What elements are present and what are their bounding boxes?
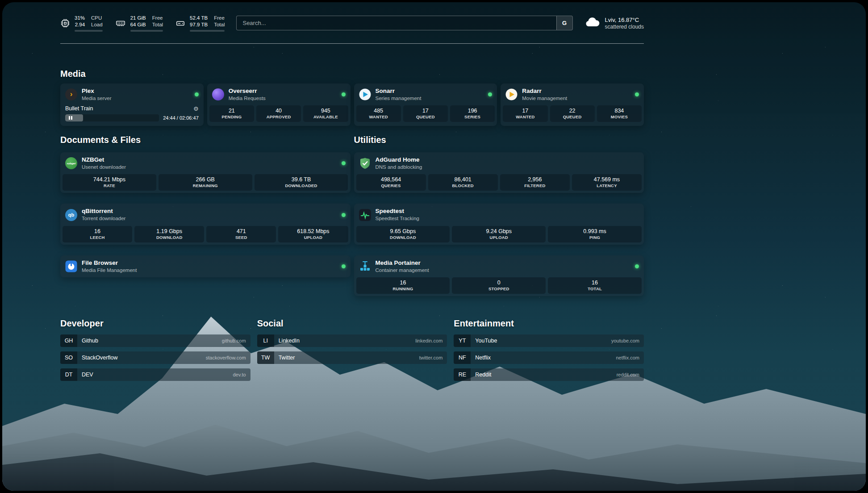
bookmark-youtube[interactable]: YT YouTube youtube.com <box>454 334 644 347</box>
bookmark-twitter[interactable]: TW Twitter twitter.com <box>257 351 447 364</box>
service-subtitle: Container management <box>376 267 429 273</box>
service-title: AdGuard Home <box>376 156 422 164</box>
bookmark-abbr: YT <box>454 334 471 347</box>
stat-label: SEED <box>208 235 274 240</box>
disk-icon <box>175 18 185 28</box>
stat-value: 16 <box>64 228 130 234</box>
service-card-qbittorrent[interactable]: qb qBittorrent Torrent downloader 16LEEC… <box>60 204 351 244</box>
bookmark-name: Reddit <box>475 372 491 378</box>
stat-label: DOWNLOAD <box>136 235 202 240</box>
service-card-speedtest[interactable]: Speedtest Speedtest Tracking 9.65 GbpsDO… <box>354 204 644 244</box>
weather-condition: scattered clouds <box>605 24 644 30</box>
pause-icon[interactable] <box>69 116 72 120</box>
stat-label: LATENCY <box>574 183 640 188</box>
stat-block: 47.569 msLATENCY <box>572 174 642 191</box>
memory-icon <box>115 18 126 28</box>
disk-free-value: 52.4 TB <box>190 15 208 21</box>
bookmark-name: DEV <box>82 372 93 378</box>
weather-widget[interactable]: Lviv, 16.87°C scattered clouds <box>584 17 644 30</box>
stat-value: 485 <box>358 108 399 114</box>
bookmark-url: github.com <box>222 338 246 343</box>
status-dot <box>635 92 639 96</box>
gear-icon[interactable]: ⚙ <box>193 106 199 112</box>
service-card-filebrowser[interactable]: File Browser Media File Management <box>60 255 351 277</box>
stat-label: REMAINING <box>160 183 250 188</box>
stat-value: 17 <box>405 108 446 114</box>
service-card-portainer[interactable]: Media Portainer Container management 16R… <box>354 255 644 296</box>
service-card-nzbget[interactable]: nzbget NZBGet Usenet downloader 744.21 M… <box>60 152 351 193</box>
service-card-radarr[interactable]: Radarr Movie management 17WANTED 22QUEUE… <box>501 84 644 126</box>
service-title: Speedtest <box>376 208 419 215</box>
service-title: Plex <box>82 88 111 95</box>
search-input[interactable] <box>237 16 556 30</box>
bookmark-group-social: Social LI LinkedIn linkedin.com TW Twitt… <box>257 318 447 381</box>
adguard-icon <box>359 157 371 169</box>
stat-label: DOWNLOAD <box>358 235 448 240</box>
stat-value: 196 <box>452 108 493 114</box>
status-dot <box>488 92 492 96</box>
bookmark-github[interactable]: GH Github github.com <box>60 334 250 347</box>
search-provider-button[interactable]: G <box>556 16 572 30</box>
portainer-icon <box>359 260 371 272</box>
plex-icon: › <box>65 88 77 100</box>
bookmark-reddit[interactable]: RE Reddit reddit.com <box>454 368 644 381</box>
disk-total-value: 97.9 TB <box>190 21 208 28</box>
section-heading-entertainment: Entertainment <box>454 318 644 329</box>
service-subtitle: Movie management <box>522 95 567 101</box>
resource-widgets: 31% CPU 2.94 Load 21 GiB Free 64 GiB <box>60 15 225 32</box>
search-bar: G <box>236 16 572 30</box>
bookmark-abbr: DT <box>60 368 77 381</box>
stat-value: 39.6 TB <box>256 176 346 183</box>
status-dot <box>342 92 346 96</box>
stat-block: 744.21 MbpsRATE <box>63 174 156 191</box>
status-dot <box>342 161 346 165</box>
bookmark-dev[interactable]: DT DEV dev.to <box>60 368 250 381</box>
service-title: NZBGet <box>82 156 126 164</box>
bookmark-stackoverflow[interactable]: SO StackOverflow stackoverflow.com <box>60 351 250 364</box>
stat-block: 86,401BLOCKED <box>428 174 498 191</box>
bookmark-name: Github <box>82 338 98 344</box>
bookmark-netflix[interactable]: NF Netflix netflix.com <box>454 351 644 364</box>
memory-progress-track <box>130 30 163 32</box>
speedtest-icon <box>359 209 371 221</box>
stat-label: UPLOAD <box>454 235 544 240</box>
stat-block: 22QUEUED <box>550 105 595 122</box>
stat-block: 0STOPPED <box>452 277 546 294</box>
service-card-plex[interactable]: › Plex Media server Bullet Train ⚙ <box>60 84 204 126</box>
bookmark-abbr: GH <box>60 334 77 347</box>
stat-label: RUNNING <box>358 286 448 291</box>
stat-label: LEECH <box>64 235 130 240</box>
cloud-icon <box>584 17 601 30</box>
bookmark-linkedin[interactable]: LI LinkedIn linkedin.com <box>257 334 447 347</box>
disk-widget: 52.4 TB Free 97.9 TB Total <box>175 15 225 32</box>
utilities-column: Utilities AdGuard Home DNS and adblockin… <box>354 135 644 296</box>
stat-block: 17QUEUED <box>403 105 448 122</box>
service-title: Media Portainer <box>376 259 429 267</box>
bookmark-abbr: TW <box>257 351 274 364</box>
service-subtitle: Media server <box>82 95 111 101</box>
stat-label: PING <box>550 235 640 240</box>
service-card-adguard[interactable]: AdGuard Home DNS and adblocking 498,564Q… <box>354 152 644 193</box>
stat-label: UPLOAD <box>280 235 346 240</box>
stat-block: 39.6 TBDOWNLOADED <box>255 174 348 191</box>
bookmark-name: LinkedIn <box>279 338 300 344</box>
stat-value: 40 <box>258 108 299 114</box>
service-subtitle: Torrent downloader <box>82 215 125 221</box>
stat-value: 0.993 ms <box>550 228 640 234</box>
service-stats: 744.21 MbpsRATE 266 GBREMAINING 39.6 TBD… <box>60 174 351 193</box>
status-dot <box>342 264 346 268</box>
stat-label: MOVIES <box>599 114 640 119</box>
service-card-sonarr[interactable]: Sonarr Series management 485WANTED 17QUE… <box>354 84 497 126</box>
stat-label: DOWNLOADED <box>256 183 346 188</box>
memory-free-value: 21 GiB <box>130 15 146 21</box>
status-dot <box>342 213 346 217</box>
bookmark-url: twitter.com <box>419 355 443 360</box>
stat-value: 744.21 Mbps <box>64 176 154 183</box>
disk-total-label: Total <box>214 21 225 28</box>
cpu-progress-track <box>75 30 103 32</box>
media-cards-row: › Plex Media server Bullet Train ⚙ <box>60 84 644 126</box>
playback-progress-bar[interactable] <box>65 114 159 121</box>
stat-block: 9.24 GbpsUPLOAD <box>452 226 546 242</box>
service-card-overseerr[interactable]: Overseerr Media Requests 21PENDING 40APP… <box>207 84 351 126</box>
stat-label: WANTED <box>358 114 399 119</box>
